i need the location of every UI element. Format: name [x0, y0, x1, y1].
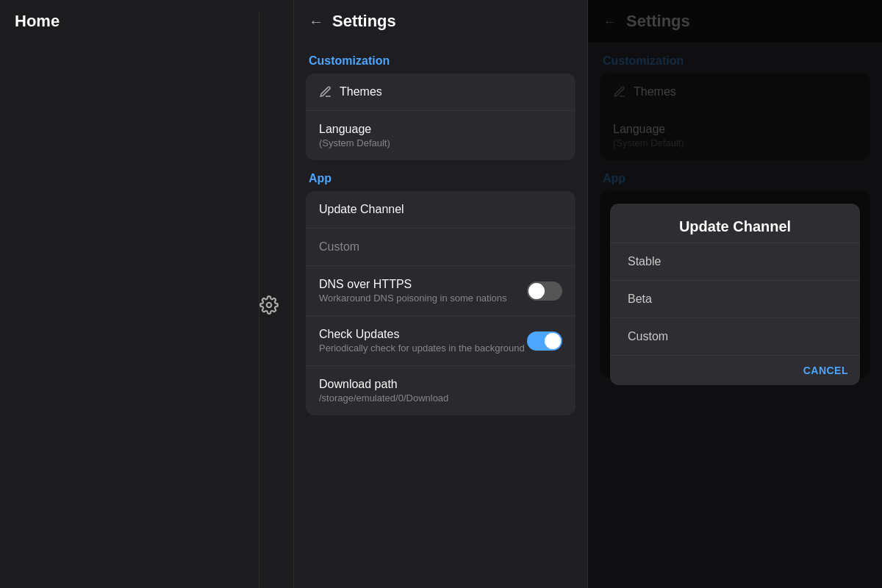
settings-content: Customization Themes Language (System De… [294, 43, 587, 588]
check-updates-title: Check Updates [319, 328, 525, 341]
check-updates-toggle[interactable] [527, 331, 562, 351]
dns-item[interactable]: DNS over HTTPS Workaround DNS poisoning … [306, 266, 576, 316]
dns-text: DNS over HTTPS Workaround DNS poisoning … [319, 278, 507, 304]
home-top-bar: Home [0, 0, 293, 588]
language-subtitle: (System Default) [319, 137, 562, 148]
themes-title-row: Themes [319, 85, 562, 98]
download-path-item[interactable]: Download path /storage/emulated/0/Downlo… [306, 366, 576, 415]
app-section-label: App [306, 172, 576, 185]
check-updates-row: Check Updates Periodically check for upd… [319, 328, 562, 354]
update-channel-title: Update Channel [319, 203, 562, 216]
svg-point-0 [267, 302, 272, 307]
dialog-actions: CANCEL [610, 355, 860, 385]
check-updates-toggle-knob [545, 333, 561, 349]
app-settings-card: Update Channel Custom DNS over HTTPS Wor… [306, 191, 576, 415]
gear-icon [259, 295, 279, 315]
dns-title: DNS over HTTPS [319, 278, 507, 291]
check-updates-subtitle: Periodically check for updates in the ba… [319, 343, 525, 354]
check-updates-item[interactable]: Check Updates Periodically check for upd… [306, 316, 576, 366]
panel-settings-dialog: ← Settings Customization Themes Language [588, 0, 882, 588]
themes-label: Themes [340, 85, 382, 98]
dialog-option-stable[interactable]: Stable [610, 243, 860, 280]
update-channel-dialog: Update Channel Stable Beta Custom CANCEL [610, 204, 860, 385]
download-path-subtitle: /storage/emulated/0/Download [319, 392, 562, 404]
check-updates-text: Check Updates Periodically check for upd… [319, 328, 525, 354]
customization-card: Themes Language (System Default) [306, 74, 576, 160]
pencil-icon [319, 85, 332, 98]
settings-title: Settings [332, 12, 396, 31]
settings-gear-button[interactable] [259, 295, 279, 317]
themes-item[interactable]: Themes [306, 74, 576, 111]
update-channel-item[interactable]: Update Channel [306, 191, 576, 229]
dns-row: DNS over HTTPS Workaround DNS poisoning … [319, 278, 562, 304]
language-title: Language [319, 123, 562, 136]
dialog-cancel-button[interactable]: CANCEL [803, 365, 848, 376]
custom-item[interactable]: Custom [306, 229, 576, 266]
settings-top-bar: ← Settings [294, 0, 587, 43]
download-path-title: Download path [319, 378, 562, 391]
customization-section-label: Customization [306, 54, 576, 68]
home-title: Home [15, 12, 259, 588]
dns-toggle-knob [528, 283, 545, 299]
panel-settings: ← Settings Customization Themes Language… [294, 0, 588, 588]
language-item[interactable]: Language (System Default) [306, 111, 576, 160]
dns-subtitle: Workaround DNS poisoning in some nations [319, 293, 507, 304]
dialog-title: Update Channel [610, 204, 860, 243]
panel-home: Home Magisk [0, 0, 294, 588]
settings-back-button[interactable]: ← [309, 13, 323, 30]
dialog-option-custom[interactable]: Custom [610, 318, 860, 355]
dns-toggle[interactable] [527, 282, 562, 301]
dialog-option-beta[interactable]: Beta [610, 280, 860, 318]
dialog-overlay: Update Channel Stable Beta Custom CANCEL [588, 0, 882, 588]
custom-title: Custom [319, 240, 562, 254]
